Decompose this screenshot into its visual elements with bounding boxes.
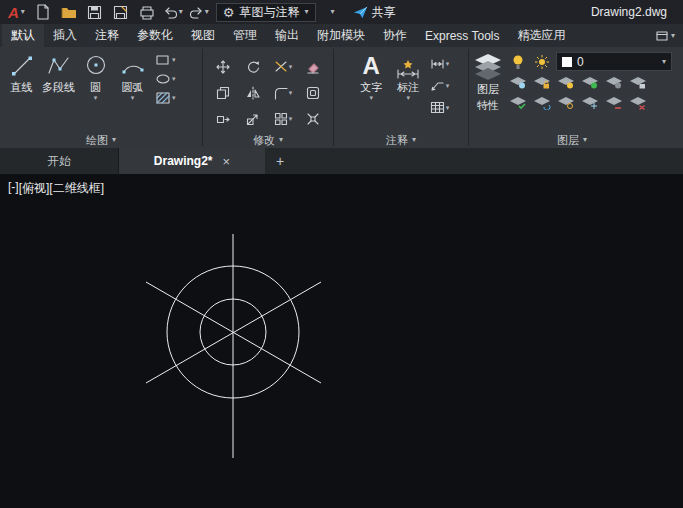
viewport-controls-button[interactable]: [-] <box>8 180 19 197</box>
layer-sun-button[interactable] <box>532 53 552 70</box>
layer-merge-icon <box>605 96 623 110</box>
new-file-button[interactable] <box>31 1 55 23</box>
ribbon-tab-insert[interactable]: 插入 <box>44 24 86 47</box>
layer-previous-button[interactable] <box>532 94 552 111</box>
chevron-down-icon: ▾ <box>172 56 176 64</box>
ribbon-tab-featured-apps[interactable]: 精选应用 <box>508 24 574 47</box>
layer-freeze-icon <box>509 76 527 90</box>
explode-tool-button[interactable] <box>306 112 320 126</box>
copy-icon <box>216 86 230 100</box>
array-tool-button[interactable]: ▾ <box>274 112 293 126</box>
table-icon <box>430 100 445 115</box>
drawing-canvas[interactable]: [-] [俯视] [二维线框] <box>0 174 683 508</box>
table-button[interactable]: ▾ <box>430 98 450 117</box>
trim-tool-button[interactable]: ▾ <box>274 60 293 74</box>
layer-on-button[interactable] <box>508 53 528 70</box>
mirror-tool-button[interactable] <box>246 86 260 100</box>
drawing-tab[interactable]: Drawing2* × <box>119 148 265 174</box>
new-drawing-tab-button[interactable]: + <box>265 148 295 174</box>
chevron-down-icon: ▾ <box>369 95 373 101</box>
chevron-down-icon: ▾ <box>662 58 666 66</box>
ribbon-tab-express-tools[interactable]: Express Tools <box>416 24 508 47</box>
modify-panel-label[interactable]: 修改 ▾ <box>203 132 333 148</box>
arc-tool-button[interactable]: 圆弧 ▾ <box>114 50 151 132</box>
layer-unlock-button[interactable] <box>628 74 648 91</box>
ribbon-tab-parametric[interactable]: 参数化 <box>128 24 182 47</box>
layer-match-button[interactable] <box>508 94 528 111</box>
layer-isolate-button[interactable] <box>580 74 600 91</box>
chevron-down-icon: ▾ <box>172 75 176 83</box>
ribbon-tab-collaborate[interactable]: 协作 <box>374 24 416 47</box>
redo-button[interactable]: ▾ <box>187 1 211 23</box>
layer-delete-button[interactable] <box>628 94 648 111</box>
undo-button[interactable]: ▾ <box>161 1 185 23</box>
ribbon-display-toggle[interactable]: ▾ <box>648 24 683 47</box>
printer-icon <box>139 5 155 20</box>
copy-tool-button[interactable] <box>216 86 230 100</box>
rotate-tool-button[interactable] <box>246 60 260 74</box>
annotation-panel-label[interactable]: 注释 ▾ <box>334 132 468 148</box>
layer-lock-button[interactable] <box>532 74 552 91</box>
panel-label-text: 绘图 <box>86 133 108 148</box>
qat-customize-button[interactable]: ▾ <box>321 1 345 23</box>
scale-tool-button[interactable] <box>246 112 260 126</box>
app-menu-button[interactable]: A ▾ <box>4 0 29 24</box>
hatch-tool-button[interactable]: ▾ <box>155 88 176 107</box>
open-file-button[interactable] <box>57 1 81 23</box>
fillet-tool-button[interactable]: ▾ <box>274 86 293 100</box>
layer-properties-button[interactable]: 图层 特性 <box>472 50 504 132</box>
ribbon-tab-output[interactable]: 输出 <box>266 24 308 47</box>
share-button[interactable]: 共享 <box>347 4 402 21</box>
dimension-tool-button[interactable]: 标注 ▾ <box>390 50 427 132</box>
move-icon <box>216 60 230 74</box>
document-title: Drawing2.dwg <box>591 5 677 19</box>
line-tool-button[interactable]: 直线 <box>3 50 40 132</box>
ribbon-tab-annotate[interactable]: 注释 <box>86 24 128 47</box>
linear-dimension-button[interactable]: ▾ <box>430 54 450 73</box>
tab-label: Express Tools <box>425 29 499 43</box>
ellipse-tool-button[interactable]: ▾ <box>155 69 176 88</box>
viewport-view-button[interactable]: [俯视] <box>19 180 50 197</box>
ribbon: 直线 多段线 圆 ▾ 圆弧 ▾ <box>0 47 683 148</box>
viewport-visual-style-button[interactable]: [二维线框] <box>49 180 104 197</box>
erase-tool-button[interactable] <box>306 60 320 74</box>
drawing-geometry[interactable] <box>0 174 683 508</box>
layer-off-button[interactable] <box>556 74 576 91</box>
text-tool-button[interactable]: A 文字 ▾ <box>353 50 390 132</box>
chevron-down-icon: ▾ <box>289 115 293 123</box>
ribbon-tab-home[interactable]: 默认 <box>2 24 44 47</box>
layer-merge-button[interactable] <box>604 94 624 111</box>
draw-panel-label[interactable]: 绘图 ▾ <box>0 132 202 148</box>
polyline-tool-button[interactable]: 多段线 <box>40 50 77 132</box>
leader-button[interactable]: ▾ <box>430 76 450 95</box>
ribbon-tab-addins[interactable]: 附加模块 <box>308 24 374 47</box>
layer-previous-icon <box>533 96 551 110</box>
layer-dropdown[interactable]: 0 ▾ <box>556 52 672 71</box>
move-tool-button[interactable] <box>216 60 230 74</box>
save-disk-icon <box>87 5 102 20</box>
offset-tool-button[interactable] <box>306 86 320 100</box>
layer-freeze-button[interactable] <box>508 74 528 91</box>
gear-icon: ⚙ <box>223 6 235 19</box>
layer-unisolate-button[interactable] <box>604 74 624 91</box>
layers-panel-label[interactable]: 图层 ▾ <box>469 132 675 148</box>
circle-tool-button[interactable]: 圆 ▾ <box>77 50 114 132</box>
rectangle-tool-button[interactable]: ▾ <box>155 50 176 69</box>
close-tab-button[interactable]: × <box>223 154 231 169</box>
layer-unisolate-icon <box>605 76 623 90</box>
layer-walk-button[interactable] <box>556 94 576 111</box>
ribbon-tab-manage[interactable]: 管理 <box>224 24 266 47</box>
plot-button[interactable] <box>135 1 159 23</box>
chevron-down-icon: ▾ <box>583 136 587 144</box>
layer-freeze-other-button[interactable] <box>580 94 600 111</box>
stretch-tool-button[interactable] <box>216 112 230 126</box>
layer-delete-icon <box>629 96 647 110</box>
workspace-label: 草图与注释 <box>240 4 300 21</box>
save-button[interactable] <box>83 1 107 23</box>
chevron-down-icon: ▾ <box>179 8 183 16</box>
ribbon-tab-view[interactable]: 视图 <box>182 24 224 47</box>
tab-label: 管理 <box>233 27 257 44</box>
save-as-button[interactable] <box>109 1 133 23</box>
start-tab[interactable]: 开始 <box>0 148 119 174</box>
workspace-selector[interactable]: ⚙ 草图与注释 ▾ <box>216 3 316 22</box>
